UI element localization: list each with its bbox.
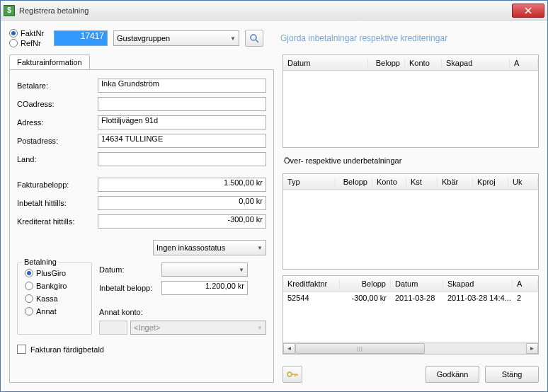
radio-kassa[interactable]: Kassa xyxy=(25,294,84,303)
chevron-down-icon: ▼ xyxy=(239,267,244,273)
radio-plusgiro[interactable]: PlusGiro xyxy=(25,269,84,277)
col-typ[interactable]: Typ xyxy=(283,178,336,186)
radio-dot-icon xyxy=(25,294,33,303)
konto-combo-value: <Inget> xyxy=(134,323,160,332)
col-belopp[interactable]: Belopp xyxy=(336,178,372,186)
radio-dot-icon xyxy=(9,29,18,38)
bankgiro-label: Bankgiro xyxy=(36,282,67,290)
col-a[interactable]: A xyxy=(513,279,538,288)
grip-icon: ||| xyxy=(357,345,363,352)
coadress-input[interactable] xyxy=(98,97,266,111)
scroll-thumb[interactable]: ||| xyxy=(295,343,425,354)
col-konto[interactable]: Konto xyxy=(405,59,442,67)
radio-dot-icon xyxy=(25,307,33,316)
svg-point-0 xyxy=(251,35,256,40)
cell-datum: 2011-03-28 xyxy=(391,294,443,302)
col-belopp[interactable]: Belopp xyxy=(340,279,391,288)
postadress-label: Postadress: xyxy=(17,137,98,145)
payment-method-group: Betalning PlusGiro Bankgiro Kassa Annat xyxy=(17,263,92,335)
inbetalt-hittills-input[interactable]: 0,00 kr xyxy=(98,196,266,210)
faktnr-label: FaktNr xyxy=(21,29,44,38)
radio-annat[interactable]: Annat xyxy=(25,307,84,316)
col-datum[interactable]: Datum xyxy=(391,279,443,288)
annat-konto-label: Annat konto: xyxy=(99,308,143,316)
fardigbetald-label: Fakturan färdigbetald xyxy=(30,345,104,354)
col-kbar[interactable]: Kbär xyxy=(438,178,473,186)
credits-grid[interactable]: Kreditfaktnr Belopp Datum Skapad A 52544… xyxy=(282,275,539,354)
scroll-track[interactable]: ||| xyxy=(295,343,526,354)
key-button[interactable] xyxy=(282,366,302,383)
col-kreditfaktnr[interactable]: Kreditfaktnr xyxy=(283,279,340,288)
chevron-down-icon: ▼ xyxy=(257,325,263,331)
col-kst[interactable]: Kst xyxy=(406,178,438,186)
inbetalt-belopp-input[interactable]: 1.200,00 kr xyxy=(161,281,248,295)
tab-fakturainformation[interactable]: Fakturainformation xyxy=(9,54,90,69)
col-datum[interactable]: Datum xyxy=(283,59,368,67)
radio-dot-icon xyxy=(25,269,33,277)
col-konto[interactable]: Konto xyxy=(372,178,406,186)
col-uk[interactable]: Uk xyxy=(508,178,538,186)
col-skapad[interactable]: Skapad xyxy=(443,279,513,288)
postadress-input[interactable]: 14634 TULLINGE xyxy=(98,134,266,148)
col-kproj[interactable]: Kproj xyxy=(473,178,508,186)
cell-belopp: -300,00 kr xyxy=(340,294,391,302)
krediterat-hittills-input[interactable]: -300,00 kr xyxy=(98,214,266,229)
inbetalt-belopp-label: Inbetalt belopp: xyxy=(99,284,161,292)
overunder-caption: Över- respektive underbetalningar xyxy=(282,154,539,168)
horizontal-scrollbar[interactable]: ◄ ||| ► xyxy=(283,342,538,354)
tab-header: Fakturainformation xyxy=(9,54,274,69)
adress-input[interactable]: Flottiljvägen 91d xyxy=(98,115,266,129)
payments-grid[interactable]: Datum Belopp Konto Skapad A xyxy=(282,54,539,148)
overunder-grid[interactable]: Typ Belopp Konto Kst Kbär Kproj Uk xyxy=(282,173,539,270)
left-panel: Fakturainformation Betalare:Inka Grundst… xyxy=(9,54,274,383)
land-input[interactable] xyxy=(98,152,266,166)
konto-code-input xyxy=(99,321,127,335)
col-belopp[interactable]: Belopp xyxy=(368,59,405,67)
checkbox-icon xyxy=(17,345,26,354)
grid-header: Kreditfaktnr Belopp Datum Skapad A xyxy=(283,276,538,292)
close-button[interactable] xyxy=(512,4,544,18)
payment-fields: Datum: ▼ Inbetalt belopp: 1.200,00 kr An… xyxy=(99,263,266,335)
content: FaktNr RefNr 17417 Gustavgruppen ▼ Gjord… xyxy=(1,21,547,391)
search-button[interactable] xyxy=(245,30,263,47)
land-label: Land: xyxy=(17,155,98,163)
faktnr-input[interactable]: 17417 xyxy=(54,30,108,46)
chevron-down-icon: ▼ xyxy=(257,245,263,251)
svg-line-1 xyxy=(256,40,258,42)
inkassostatus-combo[interactable]: Ingen inkassostatus ▼ xyxy=(153,240,266,255)
fakturabelopp-label: Fakturabelopp: xyxy=(17,180,98,189)
godkann-button[interactable]: Godkänn xyxy=(426,366,479,383)
tab-body: Betalare:Inka Grundström COadress: Adres… xyxy=(9,69,274,383)
cell-a: 2 xyxy=(513,294,538,302)
grid-body: 52544 -300,00 kr 2011-03-28 2011-03-28 1… xyxy=(283,292,538,342)
radio-faktnr[interactable]: FaktNr xyxy=(9,29,44,38)
col-a[interactable]: A xyxy=(510,59,538,67)
top-row: FaktNr RefNr 17417 Gustavgruppen ▼ Gjord… xyxy=(9,29,539,47)
key-icon xyxy=(287,369,298,379)
fardigbetald-checkbox-row[interactable]: Fakturan färdigbetald xyxy=(17,345,266,354)
scroll-right-icon[interactable]: ► xyxy=(526,343,538,354)
stang-button[interactable]: Stäng xyxy=(485,366,539,383)
app-icon: $ xyxy=(4,5,15,16)
window: $ Registrera betalning FaktNr RefNr 1741… xyxy=(0,0,548,392)
right-panel: Datum Belopp Konto Skapad A Över- respek… xyxy=(282,54,539,383)
svg-point-2 xyxy=(287,372,292,376)
radio-bankgiro[interactable]: Bankgiro xyxy=(25,282,84,290)
inbetalt-hittills-label: Inbetalt hittills: xyxy=(17,199,98,207)
chevron-down-icon: ▼ xyxy=(230,35,236,42)
annat-label: Annat xyxy=(36,307,57,316)
col-skapad[interactable]: Skapad xyxy=(442,59,510,67)
betalare-label: Betalare: xyxy=(17,81,98,90)
group-combo[interactable]: Gustavgruppen ▼ xyxy=(113,30,239,46)
betalare-input[interactable]: Inka Grundström xyxy=(98,79,266,93)
radio-refnr[interactable]: RefNr xyxy=(9,39,44,47)
table-row[interactable]: 52544 -300,00 kr 2011-03-28 2011-03-28 1… xyxy=(283,292,538,304)
grid-body xyxy=(283,71,538,147)
scroll-left-icon[interactable]: ◄ xyxy=(283,343,295,354)
coadress-label: COadress: xyxy=(17,100,98,108)
datum-combo[interactable]: ▼ xyxy=(161,263,248,277)
cell-skapad: 2011-03-28 14:4... xyxy=(443,294,513,302)
fakturabelopp-input[interactable]: 1.500,00 kr xyxy=(98,178,266,192)
radio-dot-icon xyxy=(25,282,33,290)
kassa-label: Kassa xyxy=(36,294,58,303)
